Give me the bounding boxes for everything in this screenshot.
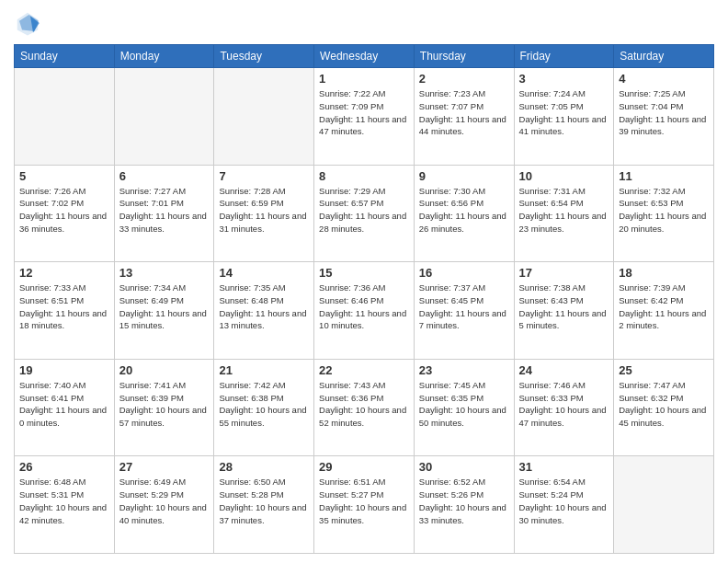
week-row-4: 19Sunrise: 7:40 AM Sunset: 6:41 PM Dayli… <box>15 359 714 456</box>
day-number: 2 <box>419 72 509 86</box>
day-header-tuesday: Tuesday <box>214 45 314 68</box>
day-info: Sunrise: 6:52 AM Sunset: 5:26 PM Dayligh… <box>419 476 509 526</box>
day-number: 20 <box>119 363 210 377</box>
day-number: 1 <box>319 72 409 86</box>
day-header-friday: Friday <box>514 45 614 68</box>
calendar-cell: 29Sunrise: 6:51 AM Sunset: 5:27 PM Dayli… <box>314 456 415 554</box>
calendar-body: 1Sunrise: 7:22 AM Sunset: 7:09 PM Daylig… <box>15 68 714 554</box>
day-info: Sunrise: 7:25 AM Sunset: 7:04 PM Dayligh… <box>619 87 709 138</box>
day-info: Sunrise: 7:45 AM Sunset: 6:35 PM Dayligh… <box>419 379 509 430</box>
day-number: 21 <box>219 363 309 377</box>
day-number: 6 <box>119 169 210 183</box>
day-info: Sunrise: 7:34 AM Sunset: 6:49 PM Dayligh… <box>119 282 210 332</box>
day-number: 27 <box>119 460 210 474</box>
calendar-cell: 22Sunrise: 7:43 AM Sunset: 6:36 PM Dayli… <box>314 359 415 456</box>
day-info: Sunrise: 6:48 AM Sunset: 5:31 PM Dayligh… <box>19 476 109 526</box>
calendar-cell: 30Sunrise: 6:52 AM Sunset: 5:26 PM Dayli… <box>414 456 514 554</box>
calendar-cell <box>15 68 115 166</box>
day-header-sunday: Sunday <box>15 45 115 68</box>
logo-icon <box>14 9 41 37</box>
day-number: 9 <box>419 169 509 183</box>
day-number: 22 <box>319 363 409 377</box>
calendar-cell: 21Sunrise: 7:42 AM Sunset: 6:38 PM Dayli… <box>214 359 314 456</box>
day-info: Sunrise: 6:49 AM Sunset: 5:29 PM Dayligh… <box>119 476 210 526</box>
day-info: Sunrise: 7:38 AM Sunset: 6:43 PM Dayligh… <box>519 282 609 332</box>
day-info: Sunrise: 7:26 AM Sunset: 7:02 PM Dayligh… <box>19 185 109 236</box>
day-info: Sunrise: 7:43 AM Sunset: 6:36 PM Dayligh… <box>319 379 409 430</box>
day-number: 31 <box>519 460 609 474</box>
calendar-cell: 27Sunrise: 6:49 AM Sunset: 5:29 PM Dayli… <box>114 456 214 554</box>
day-info: Sunrise: 6:51 AM Sunset: 5:27 PM Dayligh… <box>319 476 409 526</box>
calendar-cell: 16Sunrise: 7:37 AM Sunset: 6:45 PM Dayli… <box>414 262 514 360</box>
day-number: 19 <box>19 363 109 377</box>
day-number: 8 <box>319 169 409 183</box>
day-number: 3 <box>519 72 609 86</box>
calendar-cell: 17Sunrise: 7:38 AM Sunset: 6:43 PM Dayli… <box>514 262 614 360</box>
calendar-cell: 23Sunrise: 7:45 AM Sunset: 6:35 PM Dayli… <box>414 359 514 456</box>
page: SundayMondayTuesdayWednesdayThursdayFrid… <box>0 0 728 563</box>
day-info: Sunrise: 7:22 AM Sunset: 7:09 PM Dayligh… <box>319 87 409 138</box>
calendar-cell: 5Sunrise: 7:26 AM Sunset: 7:02 PM Daylig… <box>15 165 115 262</box>
day-number: 12 <box>19 266 109 280</box>
day-number: 26 <box>19 460 109 474</box>
day-info: Sunrise: 7:28 AM Sunset: 6:59 PM Dayligh… <box>219 185 309 236</box>
day-header-saturday: Saturday <box>614 45 714 68</box>
day-info: Sunrise: 6:50 AM Sunset: 5:28 PM Dayligh… <box>219 476 309 526</box>
day-info: Sunrise: 7:23 AM Sunset: 7:07 PM Dayligh… <box>419 87 509 138</box>
day-info: Sunrise: 6:54 AM Sunset: 5:24 PM Dayligh… <box>519 476 609 526</box>
calendar-cell: 1Sunrise: 7:22 AM Sunset: 7:09 PM Daylig… <box>314 68 415 166</box>
calendar-cell: 8Sunrise: 7:29 AM Sunset: 6:57 PM Daylig… <box>314 165 415 262</box>
day-info: Sunrise: 7:31 AM Sunset: 6:54 PM Dayligh… <box>519 185 609 236</box>
calendar-cell <box>114 68 214 166</box>
day-number: 25 <box>619 363 709 377</box>
calendar-cell: 3Sunrise: 7:24 AM Sunset: 7:05 PM Daylig… <box>514 68 614 166</box>
day-number: 17 <box>519 266 609 280</box>
day-number: 18 <box>619 266 709 280</box>
day-number: 24 <box>519 363 609 377</box>
day-info: Sunrise: 7:39 AM Sunset: 6:42 PM Dayligh… <box>619 282 709 332</box>
day-info: Sunrise: 7:40 AM Sunset: 6:41 PM Dayligh… <box>19 379 109 430</box>
day-info: Sunrise: 7:41 AM Sunset: 6:39 PM Dayligh… <box>119 379 210 430</box>
calendar-cell: 28Sunrise: 6:50 AM Sunset: 5:28 PM Dayli… <box>214 456 314 554</box>
day-info: Sunrise: 7:35 AM Sunset: 6:48 PM Dayligh… <box>219 282 309 332</box>
day-info: Sunrise: 7:37 AM Sunset: 6:45 PM Dayligh… <box>419 282 509 332</box>
day-number: 16 <box>419 266 509 280</box>
calendar-cell: 10Sunrise: 7:31 AM Sunset: 6:54 PM Dayli… <box>514 165 614 262</box>
calendar-cell: 12Sunrise: 7:33 AM Sunset: 6:51 PM Dayli… <box>15 262 115 360</box>
calendar-header-row: SundayMondayTuesdayWednesdayThursdayFrid… <box>15 45 714 68</box>
calendar-cell: 14Sunrise: 7:35 AM Sunset: 6:48 PM Dayli… <box>214 262 314 360</box>
day-number: 11 <box>619 169 709 183</box>
calendar-cell: 11Sunrise: 7:32 AM Sunset: 6:53 PM Dayli… <box>614 165 714 262</box>
calendar-cell: 24Sunrise: 7:46 AM Sunset: 6:33 PM Dayli… <box>514 359 614 456</box>
day-number: 4 <box>619 72 709 86</box>
calendar-cell: 20Sunrise: 7:41 AM Sunset: 6:39 PM Dayli… <box>114 359 214 456</box>
day-info: Sunrise: 7:30 AM Sunset: 6:56 PM Dayligh… <box>419 185 509 236</box>
day-number: 7 <box>219 169 309 183</box>
calendar-cell: 15Sunrise: 7:36 AM Sunset: 6:46 PM Dayli… <box>314 262 415 360</box>
day-info: Sunrise: 7:24 AM Sunset: 7:05 PM Dayligh… <box>519 87 609 138</box>
day-number: 29 <box>319 460 409 474</box>
day-number: 23 <box>419 363 509 377</box>
logo <box>14 9 45 37</box>
calendar-cell <box>214 68 314 166</box>
day-info: Sunrise: 7:42 AM Sunset: 6:38 PM Dayligh… <box>219 379 309 430</box>
calendar-cell: 4Sunrise: 7:25 AM Sunset: 7:04 PM Daylig… <box>614 68 714 166</box>
day-info: Sunrise: 7:27 AM Sunset: 7:01 PM Dayligh… <box>119 185 210 236</box>
calendar-cell: 31Sunrise: 6:54 AM Sunset: 5:24 PM Dayli… <box>514 456 614 554</box>
calendar-cell: 9Sunrise: 7:30 AM Sunset: 6:56 PM Daylig… <box>414 165 514 262</box>
day-info: Sunrise: 7:46 AM Sunset: 6:33 PM Dayligh… <box>519 379 609 430</box>
day-info: Sunrise: 7:33 AM Sunset: 6:51 PM Dayligh… <box>19 282 109 332</box>
day-header-monday: Monday <box>114 45 214 68</box>
calendar-cell: 6Sunrise: 7:27 AM Sunset: 7:01 PM Daylig… <box>114 165 214 262</box>
calendar-cell: 25Sunrise: 7:47 AM Sunset: 6:32 PM Dayli… <box>614 359 714 456</box>
day-header-wednesday: Wednesday <box>314 45 415 68</box>
week-row-1: 1Sunrise: 7:22 AM Sunset: 7:09 PM Daylig… <box>15 68 714 166</box>
week-row-5: 26Sunrise: 6:48 AM Sunset: 5:31 PM Dayli… <box>15 456 714 554</box>
day-number: 13 <box>119 266 210 280</box>
calendar-cell: 2Sunrise: 7:23 AM Sunset: 7:07 PM Daylig… <box>414 68 514 166</box>
day-number: 30 <box>419 460 509 474</box>
calendar-cell: 18Sunrise: 7:39 AM Sunset: 6:42 PM Dayli… <box>614 262 714 360</box>
day-header-thursday: Thursday <box>414 45 514 68</box>
header <box>14 9 714 37</box>
day-info: Sunrise: 7:32 AM Sunset: 6:53 PM Dayligh… <box>619 185 709 236</box>
